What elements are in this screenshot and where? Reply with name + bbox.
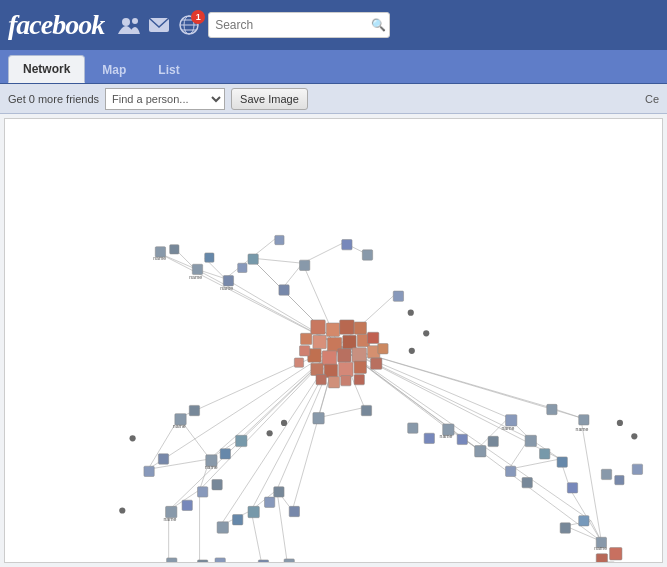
- svg-rect-127: [248, 506, 259, 517]
- svg-rect-92: [371, 358, 382, 369]
- network-container[interactable]: name name name name name name name name …: [4, 118, 663, 563]
- svg-rect-152: [579, 516, 589, 526]
- svg-rect-162: [408, 423, 418, 433]
- header: facebook: [0, 0, 667, 50]
- svg-rect-76: [340, 320, 354, 334]
- svg-rect-74: [311, 320, 325, 334]
- svg-rect-107: [248, 254, 258, 264]
- svg-text:name: name: [164, 516, 177, 522]
- svg-rect-119: [220, 449, 230, 459]
- svg-text:name: name: [594, 545, 607, 551]
- svg-line-9: [210, 346, 339, 459]
- svg-rect-93: [300, 346, 310, 356]
- svg-rect-147: [547, 404, 557, 414]
- svg-rect-75: [326, 323, 339, 336]
- svg-rect-143: [525, 435, 536, 446]
- tab-map[interactable]: Map: [87, 55, 141, 83]
- svg-rect-146: [522, 478, 532, 488]
- svg-rect-159: [632, 464, 642, 474]
- svg-rect-106: [238, 263, 247, 272]
- svg-point-170: [119, 507, 125, 513]
- toolbar-right-label: Ce: [645, 93, 659, 105]
- svg-rect-155: [596, 554, 607, 562]
- svg-rect-122: [212, 480, 222, 490]
- network-edges: [148, 237, 601, 562]
- svg-rect-94: [367, 332, 378, 343]
- svg-line-58: [148, 459, 210, 469]
- svg-rect-139: [457, 434, 467, 444]
- svg-point-165: [423, 330, 429, 336]
- svg-rect-154: [610, 548, 622, 560]
- svg-rect-117: [158, 454, 168, 464]
- svg-text:name: name: [576, 426, 589, 432]
- find-person-select[interactable]: Find a person...: [105, 88, 225, 110]
- svg-point-164: [408, 310, 414, 316]
- svg-rect-158: [615, 475, 624, 484]
- network-graph: name name name name name name name name …: [5, 119, 662, 562]
- globe-icon-wrapper[interactable]: 1: [178, 14, 200, 36]
- svg-rect-144: [540, 449, 550, 459]
- svg-point-0: [122, 18, 130, 26]
- node-labels: name name name name name name name name …: [153, 255, 607, 550]
- svg-rect-124: [182, 500, 192, 510]
- svg-rect-83: [322, 351, 336, 365]
- svg-rect-151: [560, 523, 570, 533]
- svg-point-167: [281, 420, 287, 426]
- svg-rect-109: [279, 285, 289, 295]
- tab-network[interactable]: Network: [8, 55, 85, 83]
- svg-rect-132: [361, 405, 371, 415]
- svg-text:name: name: [440, 433, 453, 439]
- network-nodes: [119, 235, 662, 562]
- svg-rect-148: [557, 457, 567, 467]
- svg-rect-84: [338, 349, 351, 362]
- svg-rect-121: [198, 487, 208, 497]
- svg-rect-136: [258, 560, 268, 562]
- svg-point-166: [409, 348, 415, 354]
- svg-rect-89: [339, 362, 353, 376]
- svg-rect-99: [378, 344, 388, 354]
- friends-icon-wrapper[interactable]: [118, 14, 140, 36]
- svg-line-53: [251, 258, 303, 263]
- svg-text:name: name: [189, 274, 202, 280]
- notification-badge: 1: [191, 10, 205, 24]
- svg-text:name: name: [220, 285, 233, 291]
- svg-rect-163: [424, 433, 434, 443]
- svg-rect-85: [352, 348, 366, 362]
- svg-line-17: [148, 346, 339, 470]
- main-content: name name name name name name name name …: [0, 114, 667, 567]
- svg-rect-104: [205, 253, 214, 262]
- svg-rect-116: [144, 466, 154, 476]
- svg-rect-145: [506, 466, 516, 476]
- search-wrapper: 🔍: [208, 12, 390, 38]
- svg-point-1: [132, 18, 138, 24]
- svg-rect-97: [341, 376, 351, 386]
- svg-line-35: [339, 346, 591, 521]
- messages-icon-wrapper[interactable]: [148, 14, 170, 36]
- save-image-button[interactable]: Save Image: [231, 88, 308, 110]
- tabs-bar: Network Map List: [0, 50, 667, 84]
- svg-rect-111: [342, 240, 352, 250]
- svg-rect-131: [313, 413, 324, 424]
- svg-rect-129: [274, 487, 284, 497]
- svg-rect-150: [579, 415, 589, 425]
- get-friends-label: Get 0 more friends: [8, 93, 99, 105]
- svg-point-171: [617, 420, 623, 426]
- messages-icon: [148, 14, 170, 36]
- tab-list[interactable]: List: [143, 55, 194, 83]
- svg-rect-108: [275, 235, 284, 244]
- svg-rect-120: [236, 435, 247, 446]
- svg-rect-98: [354, 374, 364, 384]
- search-button[interactable]: 🔍: [371, 18, 386, 32]
- toolbar: Get 0 more friends Find a person... Save…: [0, 84, 667, 114]
- svg-text:name: name: [501, 425, 514, 431]
- svg-rect-130: [289, 506, 299, 516]
- svg-line-62: [277, 490, 287, 562]
- svg-rect-77: [354, 322, 366, 334]
- svg-text:name: name: [153, 255, 166, 261]
- svg-rect-157: [601, 469, 611, 479]
- svg-rect-100: [294, 358, 303, 367]
- svg-rect-126: [233, 515, 243, 525]
- svg-point-169: [130, 435, 136, 441]
- svg-rect-110: [300, 260, 310, 270]
- search-input[interactable]: [208, 12, 390, 38]
